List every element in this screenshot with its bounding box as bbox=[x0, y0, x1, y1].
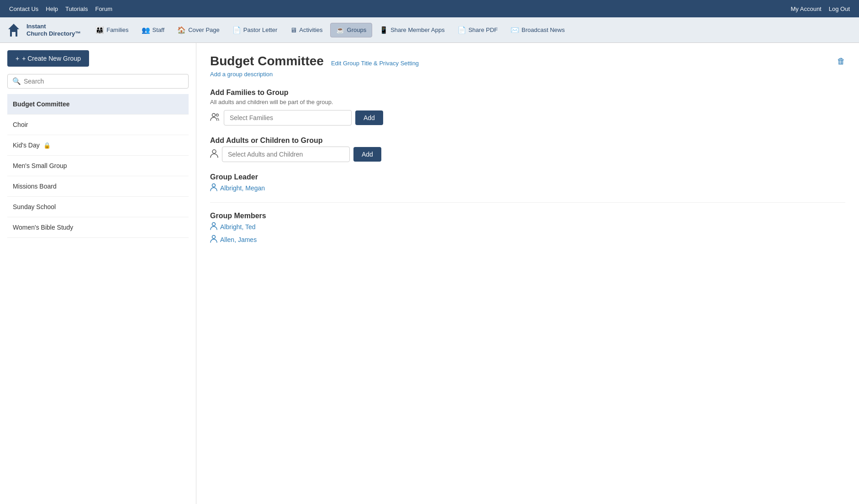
cover-page-icon: 🏠 bbox=[177, 26, 186, 34]
top-bar: Contact Us Help Tutorials Forum My Accou… bbox=[0, 0, 859, 17]
svg-point-6 bbox=[212, 184, 216, 187]
main-panel: Budget Committee Edit Group Title & Priv… bbox=[196, 43, 859, 504]
broadcast-news-icon: ✉️ bbox=[511, 26, 519, 34]
svg-point-4 bbox=[216, 114, 219, 116]
list-item[interactable]: Kid's Day 🔒 bbox=[7, 135, 189, 156]
group-title-row: Budget Committee Edit Group Title & Priv… bbox=[210, 54, 419, 68]
group-list: Budget Committee Choir Kid's Day 🔒 Men's… bbox=[7, 94, 189, 238]
list-item[interactable]: Sunday School bbox=[7, 197, 189, 217]
tutorials-link[interactable]: Tutorials bbox=[65, 5, 88, 12]
group-leader-link[interactable]: Albright, Megan bbox=[210, 183, 845, 193]
delete-icon[interactable]: 🗑 bbox=[837, 57, 845, 66]
add-families-row: Add bbox=[210, 110, 845, 126]
top-bar-right: My Account Log Out bbox=[791, 5, 850, 12]
member-person-icon-1 bbox=[210, 235, 217, 245]
group-leader-title: Group Leader bbox=[210, 173, 845, 181]
group-member-link-1[interactable]: Allen, James bbox=[210, 235, 845, 245]
group-member-name-1: Allen, James bbox=[220, 236, 257, 243]
search-input[interactable] bbox=[24, 78, 184, 85]
svg-rect-2 bbox=[12, 32, 16, 37]
svg-point-7 bbox=[212, 223, 216, 226]
section-divider bbox=[210, 202, 845, 203]
contact-us-link[interactable]: Contact Us bbox=[9, 5, 38, 12]
add-adults-section: Add Adults or Children to Group Add bbox=[210, 136, 845, 162]
group-leader-name: Albright, Megan bbox=[220, 184, 265, 192]
share-pdf-icon: 📄 bbox=[458, 26, 466, 34]
families-add-icon bbox=[210, 113, 220, 123]
svg-point-3 bbox=[212, 113, 216, 116]
add-adults-button[interactable]: Add bbox=[353, 147, 381, 162]
sidebar: + + Create New Group 🔍 Budget Committee … bbox=[0, 43, 196, 504]
list-item[interactable]: Missions Board bbox=[7, 176, 189, 197]
list-item[interactable]: Women's Bible Study bbox=[7, 217, 189, 238]
group-leader-section: Group Leader Albright, Megan bbox=[210, 173, 845, 193]
help-link[interactable]: Help bbox=[46, 5, 58, 12]
leader-person-icon bbox=[210, 183, 217, 193]
main-nav: Instant Church Directory™ 👨‍👩‍👧 Families… bbox=[0, 17, 859, 43]
svg-point-8 bbox=[212, 236, 216, 239]
top-bar-left: Contact Us Help Tutorials Forum bbox=[9, 5, 112, 12]
forum-link[interactable]: Forum bbox=[95, 5, 112, 12]
group-member-link-0[interactable]: Albright, Ted bbox=[210, 222, 845, 232]
content-area: + + Create New Group 🔍 Budget Committee … bbox=[0, 43, 859, 504]
search-icon: 🔍 bbox=[12, 77, 21, 85]
my-account-link[interactable]: My Account bbox=[791, 5, 822, 12]
share-member-apps-icon: 📱 bbox=[379, 26, 388, 34]
nav-staff[interactable]: 👥 Staff bbox=[136, 23, 170, 37]
nav-cover-page[interactable]: 🏠 Cover Page bbox=[172, 23, 225, 37]
group-header: Budget Committee Edit Group Title & Priv… bbox=[210, 54, 845, 68]
add-description-link[interactable]: Add a group description bbox=[210, 71, 273, 78]
list-item[interactable]: Choir bbox=[7, 115, 189, 135]
groups-icon: ☕ bbox=[336, 26, 345, 34]
list-item[interactable]: Men's Small Group bbox=[7, 156, 189, 176]
logo: Instant Church Directory™ bbox=[5, 21, 81, 39]
nav-share-pdf[interactable]: 📄 Share PDF bbox=[452, 23, 503, 37]
log-out-link[interactable]: Log Out bbox=[829, 5, 850, 12]
nav-families[interactable]: 👨‍👩‍👧 Families bbox=[90, 23, 134, 37]
create-group-button[interactable]: + + Create New Group bbox=[7, 50, 89, 67]
lock-icon: 🔒 bbox=[43, 142, 51, 149]
nav-items: 👨‍👩‍👧 Families 👥 Staff 🏠 Cover Page 📄 Pa… bbox=[90, 23, 570, 37]
group-member-name-0: Albright, Ted bbox=[220, 223, 256, 231]
search-box: 🔍 bbox=[7, 74, 189, 89]
logo-text: Instant Church Directory™ bbox=[26, 23, 81, 37]
add-adults-title: Add Adults or Children to Group bbox=[210, 136, 845, 145]
pastor-letter-icon: 📄 bbox=[232, 26, 241, 34]
select-adults-input[interactable] bbox=[222, 147, 350, 162]
nav-share-member-apps[interactable]: 📱 Share Member Apps bbox=[374, 23, 450, 37]
nav-pastor-letter[interactable]: 📄 Pastor Letter bbox=[227, 23, 283, 37]
add-families-button[interactable]: Add bbox=[355, 110, 383, 125]
families-icon: 👨‍👩‍👧 bbox=[95, 26, 104, 34]
activities-icon: 🖥 bbox=[290, 26, 297, 34]
person-add-icon bbox=[210, 149, 218, 160]
list-item[interactable]: Budget Committee bbox=[7, 94, 189, 115]
plus-icon: + bbox=[16, 55, 19, 62]
select-families-input[interactable] bbox=[224, 110, 352, 126]
add-adults-row: Add bbox=[210, 147, 845, 162]
member-person-icon-0 bbox=[210, 222, 217, 232]
edit-group-link[interactable]: Edit Group Title & Privacy Setting bbox=[331, 60, 419, 67]
add-families-section: Add Families to Group All adults and chi… bbox=[210, 89, 845, 126]
group-title: Budget Committee bbox=[210, 54, 324, 68]
svg-point-5 bbox=[212, 150, 216, 153]
add-families-desc: All adults and children will be part of … bbox=[210, 99, 845, 105]
nav-broadcast-news[interactable]: ✉️ Broadcast News bbox=[505, 23, 570, 37]
group-members-title: Group Members bbox=[210, 212, 845, 220]
staff-icon: 👥 bbox=[142, 26, 150, 34]
group-members-section: Group Members Albright, Ted All bbox=[210, 212, 845, 245]
add-families-title: Add Families to Group bbox=[210, 89, 845, 97]
nav-activities[interactable]: 🖥 Activities bbox=[285, 23, 328, 37]
nav-groups[interactable]: ☕ Groups bbox=[330, 23, 373, 37]
logo-icon bbox=[5, 21, 23, 39]
